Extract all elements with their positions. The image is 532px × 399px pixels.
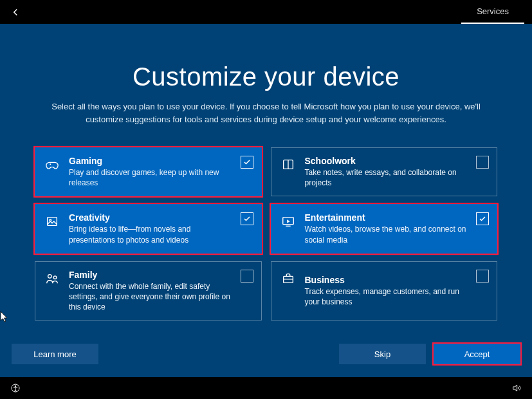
page-content: Customize your device Select all the way… xyxy=(0,24,532,377)
card-business[interactable]: Business Track expenses, manage customer… xyxy=(271,261,498,321)
learn-more-button[interactable]: Learn more xyxy=(12,344,98,364)
gaming-icon xyxy=(44,157,60,172)
card-desc: Connect with the whole family, edit safe… xyxy=(69,281,232,313)
schoolwork-icon xyxy=(280,157,296,172)
card-entertainment[interactable]: Entertainment Watch videos, browse the w… xyxy=(271,204,498,253)
card-title: Family xyxy=(69,270,232,280)
accessibility-icon[interactable] xyxy=(9,382,22,394)
svg-rect-0 xyxy=(48,218,57,226)
tab-services[interactable]: Services xyxy=(461,0,524,24)
card-desc: Bring ideas to life—from novels and pres… xyxy=(69,224,232,245)
arrow-left-icon xyxy=(10,6,21,18)
card-title: Entertainment xyxy=(305,212,468,223)
card-title: Schoolwork xyxy=(305,156,468,166)
page-subtitle: Select all the ways you plan to use your… xyxy=(41,100,491,125)
checkbox[interactable] xyxy=(241,270,253,283)
svg-point-4 xyxy=(53,276,57,279)
volume-icon[interactable] xyxy=(510,382,523,394)
header-bar: Services xyxy=(0,0,532,24)
card-schoolwork[interactable]: Schoolwork Take notes, write essays, and… xyxy=(271,147,498,196)
checkbox[interactable] xyxy=(476,212,489,225)
right-button-group: Skip Accept xyxy=(339,344,520,364)
header-tabs: Services xyxy=(461,0,524,24)
checkbox[interactable] xyxy=(476,156,489,169)
card-desc: Track expenses, manage customers, and ru… xyxy=(305,286,468,307)
card-desc: Watch videos, browse the web, and connec… xyxy=(305,224,468,245)
entertainment-icon xyxy=(280,214,296,229)
business-icon xyxy=(280,271,296,286)
card-title: Gaming xyxy=(69,156,232,166)
creativity-icon xyxy=(44,214,60,229)
taskbar xyxy=(0,377,532,399)
card-title: Creativity xyxy=(69,212,232,223)
card-desc: Play and discover games, keep up with ne… xyxy=(69,167,232,188)
card-gaming[interactable]: Gaming Play and discover games, keep up … xyxy=(35,147,262,196)
options-grid: Gaming Play and discover games, keep up … xyxy=(35,147,497,320)
footer-buttons: Learn more Skip Accept xyxy=(0,344,532,364)
back-button[interactable] xyxy=(8,5,23,20)
card-family[interactable]: Family Connect with the whole family, ed… xyxy=(35,261,262,321)
svg-point-3 xyxy=(48,274,52,278)
card-title: Business xyxy=(305,275,468,285)
card-desc: Take notes, write essays, and collaborat… xyxy=(305,167,468,188)
checkbox[interactable] xyxy=(241,212,253,225)
card-creativity[interactable]: Creativity Bring ideas to life—from nove… xyxy=(35,204,262,253)
checkbox[interactable] xyxy=(476,270,489,283)
checkbox[interactable] xyxy=(241,156,253,169)
svg-point-7 xyxy=(15,385,16,387)
accept-button[interactable]: Accept xyxy=(434,344,520,364)
page-title: Customize your device xyxy=(35,62,497,91)
skip-button[interactable]: Skip xyxy=(339,344,426,364)
family-icon xyxy=(44,271,60,286)
